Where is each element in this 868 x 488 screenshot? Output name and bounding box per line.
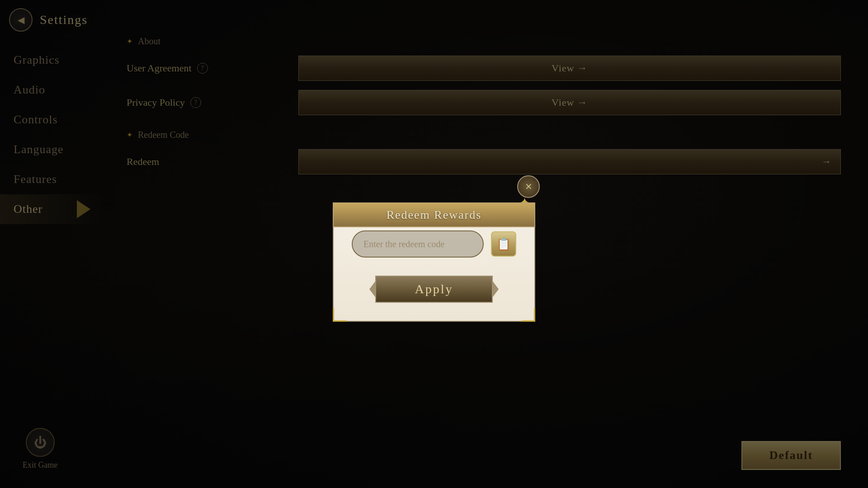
input-row: 📋 (352, 230, 516, 258)
redeem-modal: Redeem Rewards ✕ ✦ 📋 Apply (333, 202, 535, 322)
modal-title: Redeem Rewards (387, 208, 482, 222)
clipboard-icon: 📋 (496, 237, 511, 251)
corner-bl (333, 308, 346, 322)
corner-br (522, 308, 535, 322)
close-icon: ✕ (525, 181, 533, 192)
modal-overlay: Redeem Rewards ✕ ✦ 📋 Apply (0, 0, 868, 488)
apply-button[interactable]: Apply (375, 276, 493, 303)
modal-header-bar: Redeem Rewards (333, 202, 535, 227)
redeem-code-input[interactable] (352, 230, 484, 258)
clipboard-button[interactable]: 📋 (491, 231, 516, 257)
